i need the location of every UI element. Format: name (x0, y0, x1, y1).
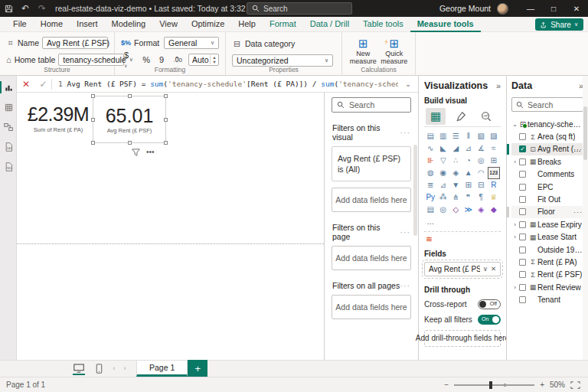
fields-well-avg-rent[interactable]: Avg Rent (£ PSF) ∨ ✕ (424, 262, 501, 276)
field-more-options-icon[interactable]: ··· (573, 208, 583, 216)
card-visual-avg-rent-selected[interactable]: 65.01 Avg Rent (£ PSF) (93, 96, 166, 143)
scatter-chart-icon[interactable]: ∴ (449, 155, 462, 167)
power-automate-icon[interactable]: ≫ (462, 204, 475, 216)
card-icon[interactable]: 123 (488, 167, 501, 179)
ribbon-tab-format[interactable]: Format (263, 17, 303, 32)
field-row-avg-rent[interactable]: ✓⊡Avg Rent (£ ...··· (511, 143, 583, 155)
decimal-places-button[interactable]: .0⃗0 (170, 57, 185, 64)
ribbon-tab-optimize[interactable]: Optimize (185, 17, 231, 32)
data-search-input[interactable]: Search (511, 97, 583, 112)
python-visual-icon[interactable]: Py (424, 191, 437, 204)
treemap-icon[interactable]: ⊞ (488, 155, 501, 167)
cancel-formula-icon[interactable]: ✕ (17, 79, 35, 90)
get-more-visuals-icon[interactable]: … (424, 216, 437, 228)
add-data-fields-dropzone[interactable]: Add data fields here (332, 295, 411, 319)
user-name[interactable]: George Mount (439, 4, 491, 13)
paginated-report-icon[interactable]: ▤ (424, 204, 437, 216)
area-chart-icon[interactable]: ◣ (437, 142, 450, 155)
funnel-chart-icon[interactable]: ▽ (437, 155, 450, 167)
spinner-arrows-icon[interactable]: ▲▼ (210, 55, 218, 64)
chevron-down-icon[interactable]: ∨ (483, 265, 488, 273)
field-row-lease-start[interactable]: ›▦Lease Start (511, 231, 583, 243)
ribbon-tab-help[interactable]: Help (231, 17, 263, 32)
field-checkbox[interactable] (519, 247, 526, 253)
resize-handle[interactable] (91, 118, 95, 122)
ribbon-tab-table-tools[interactable]: Table tools (356, 17, 410, 32)
matrix-icon[interactable]: ⊟ (475, 179, 488, 191)
chevron-right-icon[interactable]: › (511, 158, 518, 165)
table-view-button[interactable] (0, 100, 17, 115)
field-checkbox[interactable] (519, 234, 526, 240)
next-page-arrow-icon[interactable]: › (119, 360, 130, 377)
chevron-right-icon[interactable]: › (511, 284, 518, 291)
table-icon[interactable]: ⊞ (462, 179, 475, 191)
visual-more-options-icon[interactable]: ••• (146, 148, 155, 156)
ribbon-chart-icon[interactable]: ≈ (488, 142, 501, 155)
stacked-bar-chart-icon[interactable]: ▤ (424, 130, 437, 142)
clustered-bar-chart-icon[interactable]: ☰ (449, 130, 462, 142)
resize-handle[interactable] (164, 141, 168, 145)
waterfall-chart-icon[interactable]: ⊪ (424, 155, 437, 167)
field-checkbox[interactable] (519, 271, 526, 278)
custom-visual-2-icon[interactable]: ◆ (488, 204, 501, 216)
field-checkbox[interactable] (519, 208, 526, 215)
mobile-layout-button[interactable] (89, 360, 109, 377)
field-row-rent-psf[interactable]: ΣRent (£ PSF) (511, 269, 583, 281)
field-checkbox[interactable] (519, 259, 526, 266)
field-checkbox[interactable] (519, 133, 526, 140)
page-tab-page1[interactable]: Page 1 (136, 360, 188, 377)
field-row-outside-1954-act[interactable]: Outside 1954 Act (511, 243, 583, 256)
field-checkbox[interactable] (519, 196, 526, 203)
format-visual-tab[interactable] (451, 108, 471, 125)
ribbon-tab-insert[interactable]: Insert (70, 17, 105, 32)
resize-handle[interactable] (91, 94, 95, 98)
resize-handle[interactable] (128, 94, 132, 98)
100-stacked-bar-chart-icon[interactable]: ▧ (475, 130, 488, 142)
field-row-rent-review[interactable]: ›▦Rent Review (511, 281, 583, 293)
field-row-breaks[interactable]: ›▦Breaks (511, 155, 583, 168)
line-and-clustered-column-chart-icon[interactable]: ∡ (475, 142, 488, 155)
field-row-tenant[interactable]: Tenant (511, 293, 583, 305)
field-row-comments[interactable]: Comments (511, 168, 583, 181)
r-script-visual-icon[interactable]: R (488, 179, 501, 191)
add-data-fields-dropzone[interactable]: Add data fields here (332, 246, 411, 270)
filters-scrollbar[interactable] (413, 99, 417, 352)
keep-all-filters-toggle[interactable]: On (478, 315, 501, 325)
field-checkbox[interactable] (519, 184, 526, 191)
zoom-out-button[interactable]: − (444, 381, 449, 389)
add-page-button[interactable]: + (188, 360, 207, 377)
filled-map-icon[interactable]: ◉ (437, 167, 450, 179)
chevron-expanded-icon[interactable]: ⌄ (511, 121, 518, 128)
resize-handle[interactable] (91, 141, 95, 145)
close-button[interactable]: ✕ (565, 0, 588, 17)
table-row-tenancy-schedule[interactable]: ⌄ ⊞ tenancy-schedule (511, 118, 583, 130)
chevron-right-icon[interactable]: › (511, 221, 518, 228)
desktop-layout-button[interactable] (69, 360, 89, 377)
azure-map-icon[interactable]: ▲ (462, 167, 475, 179)
field-checkbox[interactable] (519, 158, 526, 165)
power-apps-icon[interactable]: ◇ (449, 204, 462, 216)
key-influencers-icon[interactable]: ⁂ (437, 191, 450, 204)
kpi-icon[interactable]: ⊿ (437, 179, 450, 191)
ribbon-tab-view[interactable]: View (152, 17, 185, 32)
commit-formula-icon[interactable]: ✓ (35, 79, 52, 90)
slicer-icon[interactable]: ▼ (449, 179, 462, 191)
gauge-icon[interactable]: ◠ (475, 167, 488, 179)
ribbon-tab-file[interactable]: File (6, 17, 34, 32)
field-row-area-sq-ft[interactable]: ΣArea (sq ft) (511, 130, 583, 142)
fit-to-page-icon[interactable] (570, 381, 580, 389)
data-category-select[interactable]: Uncategorized∨ (232, 54, 333, 67)
format-select[interactable]: General∨ (164, 37, 219, 49)
zoom-in-button[interactable]: + (540, 381, 544, 389)
build-visual-tab[interactable]: ▦ (426, 108, 446, 125)
analytics-tab[interactable] (476, 108, 496, 125)
dax-formula-input[interactable]: 1 Avg Rent (£ PSF) = sum('tenancy-schedu… (52, 80, 398, 88)
ribbon-tab-measure-tools[interactable]: Measure tools (410, 17, 481, 32)
field-row-fit-out[interactable]: Fit Out (511, 193, 583, 205)
card-visual-sum-rent[interactable]: £2.39M Sum of Rent (£ PA) (24, 103, 92, 133)
field-checkbox[interactable] (519, 296, 526, 303)
field-checkbox[interactable] (519, 221, 526, 228)
ribbon-tab-home[interactable]: Home (34, 17, 70, 32)
filter-funnel-icon[interactable] (132, 149, 140, 156)
tmdl-view-button[interactable]: TMDL (0, 159, 17, 175)
